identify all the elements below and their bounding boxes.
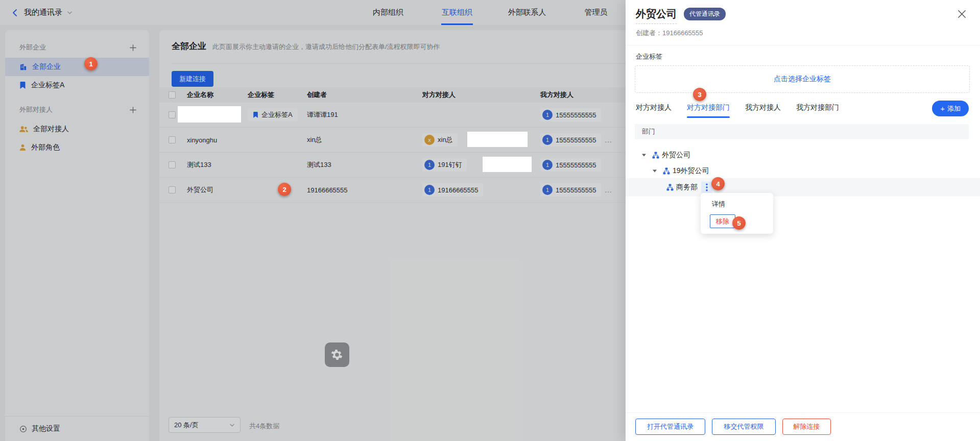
drawer-tab-their-departments[interactable]: 对方对接部门: [687, 100, 730, 115]
node-actions-menu-button[interactable]: [701, 182, 712, 193]
close-icon[interactable]: [957, 9, 967, 19]
drawer-tab-our-departments[interactable]: 我方对接部门: [796, 100, 839, 115]
caret-expanded-icon[interactable]: [652, 168, 657, 174]
divider: [626, 45, 980, 45]
caret-expanded-icon[interactable]: [641, 153, 647, 158]
tree-node-child[interactable]: 19外贸公司: [626, 163, 980, 179]
company-detail-drawer: 外贸公司 代管通讯录 创建者：19166665555 企业标签 点击选择企业标签…: [626, 0, 980, 441]
drawer-tab-their-contacts[interactable]: 对方对接人: [636, 100, 672, 115]
menu-item-remove[interactable]: 移除: [710, 214, 735, 228]
drawer-tab-our-contacts[interactable]: 我方对接人: [745, 100, 781, 115]
managed-addressbook-badge: 代管通讯录: [684, 8, 726, 20]
redacted-company-name: [178, 106, 241, 122]
step-annotation-badge: 1: [84, 57, 98, 70]
plus-icon: +: [940, 105, 945, 112]
org-icon: [652, 152, 659, 159]
drawer-creator-line: 创建者：19166665555: [636, 29, 703, 38]
disconnect-button[interactable]: 解除连接: [782, 419, 831, 435]
tree-node-root[interactable]: 外贸公司: [626, 147, 980, 163]
select-company-tag-button[interactable]: 点击选择企业标签: [635, 65, 970, 93]
tag-section-label: 企业标签: [636, 52, 662, 61]
tree-node-selected[interactable]: 商务部: [626, 178, 980, 197]
step-annotation-badge: 5: [732, 216, 746, 230]
redacted-contact: [483, 157, 532, 172]
org-icon: [666, 184, 674, 191]
redacted-contact: [467, 132, 528, 147]
open-managed-addressbook-button[interactable]: 打开代管通讯录: [635, 419, 705, 435]
step-annotation-badge: 4: [711, 177, 725, 190]
tree-node-label: 外贸公司: [662, 151, 690, 160]
org-icon: [663, 167, 670, 175]
tree-node-label: 19外贸公司: [673, 166, 709, 176]
step-annotation-badge: 2: [278, 183, 291, 196]
add-button[interactable]: + 添加: [932, 101, 969, 116]
vertical-dots-icon: [706, 183, 708, 191]
active-tab-indicator: [687, 116, 730, 118]
menu-item-detail[interactable]: 详情: [712, 200, 725, 209]
drawer-title: 外贸公司: [636, 7, 677, 24]
add-button-label: 添加: [947, 104, 961, 113]
step-annotation-badge: 3: [693, 88, 706, 101]
divider: [626, 412, 980, 413]
transfer-managed-permission-button[interactable]: 移交代管权限: [712, 419, 776, 435]
department-list-header: 部门: [635, 124, 969, 139]
tree-node-label: 商务部: [676, 183, 698, 192]
